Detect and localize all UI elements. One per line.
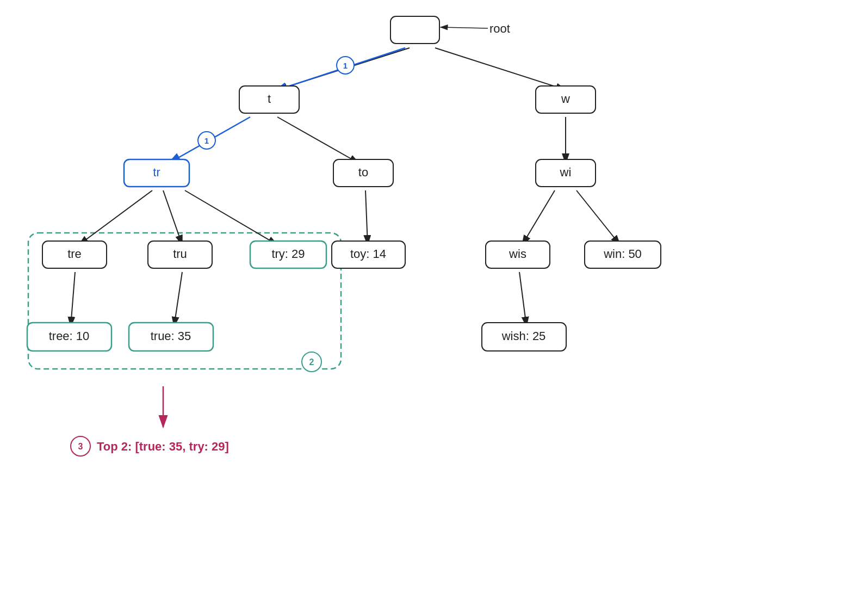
node-w-label: w [561,92,570,106]
edge-root-w [435,48,566,90]
edge-wi-win [576,190,620,245]
step1-label-a: 1 [343,61,348,70]
edge-wi-wis [522,190,555,245]
edge-tr-try [185,190,277,245]
root-label: root [489,22,510,35]
node-tr-label: tr [153,165,160,179]
edge-to-toy [365,190,368,245]
node-root [390,16,439,44]
step3-label: 3 [78,442,83,451]
node-tru-label: tru [173,247,187,261]
edge-t-to [277,117,359,163]
root-label-arrow [441,27,488,28]
node-wi-label: wi [560,165,572,179]
node-wish-label: wish: 25 [501,329,546,343]
node-toy-label: toy: 14 [350,247,386,261]
node-try-label: try: 29 [271,247,305,261]
step1-label-b: 1 [204,136,209,145]
edge-tr-tre [79,190,152,245]
node-wis-label: wis [509,247,526,261]
edge-tru-true [174,272,182,326]
node-t-label: t [268,92,271,106]
step2-label: 2 [309,357,314,367]
result-text: Top 2: [true: 35, try: 29] [97,440,229,453]
node-tre-label: tre [67,247,82,261]
node-tree-label: tree: 10 [49,329,90,343]
edge-wis-wish [519,272,526,326]
node-win-label: win: 50 [603,247,642,261]
edge-tr-tru [163,190,182,245]
edge-tre-tree [71,272,75,326]
node-true-label: true: 35 [151,329,191,343]
node-to-label: to [358,165,368,179]
